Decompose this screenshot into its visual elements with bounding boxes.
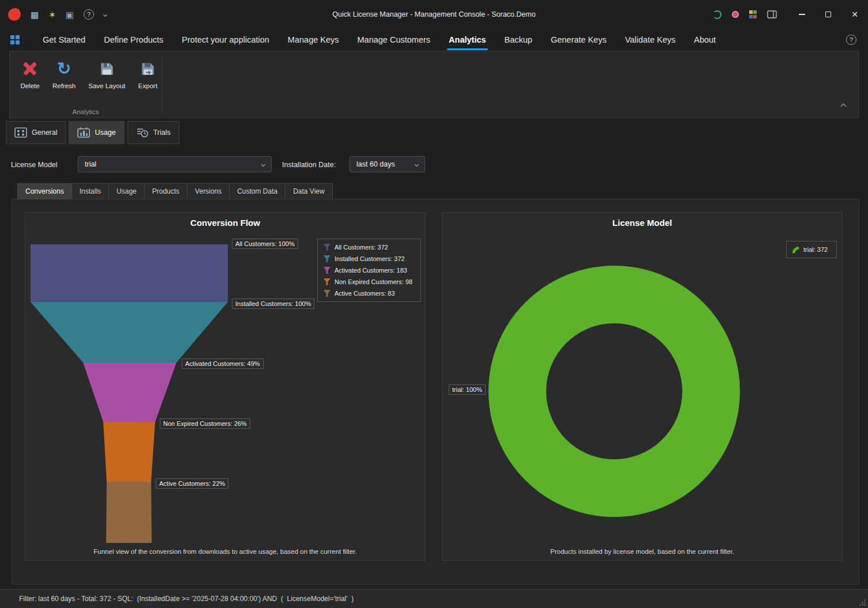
legend-item: Activated Customers: 183 — [323, 266, 415, 274]
subtab-usage[interactable]: Usage — [108, 183, 145, 199]
funnel-segment-installed-customers — [31, 302, 228, 362]
tab-usage-label: Usage — [95, 129, 115, 137]
license-model-dropdown[interactable]: trial — [78, 156, 272, 172]
license-model-value: trial — [85, 160, 96, 168]
window-title: Quick License Manager - Management Conso… — [332, 10, 535, 18]
ribbon-tab-generate-keys[interactable]: Generate Keys — [542, 29, 616, 50]
funnel-swatch-icon — [323, 243, 331, 251]
resize-grip[interactable] — [859, 599, 866, 606]
donut-legend: trial: 372 — [786, 241, 837, 258]
sync-status-icon[interactable] — [713, 10, 722, 19]
qat-wand-icon[interactable]: ✶ — [48, 10, 56, 19]
titlebar: ▦ ✶ ▣ ? Quick License Manager - Manageme… — [0, 0, 868, 29]
export-icon — [140, 61, 156, 77]
analytics-sub-tab-bar: Conversions Installs Usage Products Vers… — [17, 183, 333, 199]
ribbon-tab-validate-keys[interactable]: Validate Keys — [616, 29, 685, 50]
refresh-button[interactable]: ↻ Refresh — [48, 55, 80, 110]
legend-item-label: Activated Customers: 183 — [335, 267, 407, 274]
refresh-label: Refresh — [52, 82, 76, 89]
donut-chart-caption: Products installed by license model, bas… — [442, 548, 842, 555]
ribbon-tab-backup[interactable]: Backup — [495, 29, 542, 50]
status-bar: Filter: last 60 days - Total: 372 - SQL:… — [0, 589, 868, 608]
funnel-segment-activated-customers — [83, 362, 176, 422]
legend-item-label: trial: 372 — [803, 246, 828, 253]
layout-icon[interactable] — [767, 10, 777, 18]
funnel-point-label: All Customers: 100% — [232, 239, 298, 249]
export-button[interactable]: Export — [133, 55, 162, 110]
funnel-chart-caption: Funnel view of the conversion from downl… — [25, 548, 425, 555]
delete-label: Delete — [20, 82, 39, 89]
qat-help-icon[interactable]: ? — [84, 9, 94, 20]
funnel-swatch-icon — [323, 255, 331, 263]
legend-item-label: Non Expired Customers: 98 — [335, 278, 412, 285]
conversion-flow-panel: Conversion Flow All Customers: 100% Inst… — [25, 212, 426, 561]
minimize-button[interactable] — [788, 0, 815, 29]
record-dot-icon[interactable] — [732, 11, 739, 18]
addin-color-icon[interactable] — [749, 10, 757, 18]
funnel-segment-all-customers — [31, 244, 228, 302]
funnel-segment-active-customers — [106, 482, 152, 543]
subtab-versions[interactable]: Versions — [187, 183, 230, 199]
ribbon-tab-about[interactable]: About — [685, 29, 725, 50]
legend-item: Active Customers: 83 — [323, 289, 415, 297]
ribbon-tab-bar: Get Started Define Products Protect your… — [0, 29, 868, 50]
app-window: ▦ ✶ ▣ ? Quick License Manager - Manageme… — [0, 0, 868, 608]
apps-grid-icon[interactable] — [10, 35, 20, 44]
tab-general-label: General — [32, 129, 57, 137]
subtab-installs[interactable]: Installs — [72, 183, 109, 199]
ribbon-tab-analytics[interactable]: Analytics — [439, 29, 495, 50]
help-icon[interactable]: ? — [846, 35, 856, 45]
ribbon-group-label: Analytics — [10, 108, 161, 115]
installation-date-dropdown[interactable]: last 60 days — [350, 156, 425, 172]
subtab-conversions[interactable]: Conversions — [17, 183, 72, 199]
ribbon-tab-manage-customers[interactable]: Manage Customers — [348, 29, 440, 50]
tab-trials[interactable]: Trials — [127, 121, 179, 144]
ribbon-tab-define-products[interactable]: Define Products — [95, 29, 172, 50]
ribbon-tab-get-started[interactable]: Get Started — [33, 29, 95, 50]
tab-trials-label: Trials — [153, 129, 171, 137]
trials-icon — [136, 127, 149, 138]
funnel-point-label: Installed Customers: 100% — [232, 299, 314, 309]
maximize-button[interactable] — [815, 0, 841, 29]
usage-icon — [77, 127, 90, 138]
donut-swatch-icon — [791, 246, 800, 254]
funnel-segment-non-expired-customers — [103, 422, 155, 482]
subtab-custom-data[interactable]: Custom Data — [229, 183, 285, 199]
ribbon-collapse-chevron-icon[interactable] — [841, 100, 846, 111]
close-button[interactable]: ✕ — [841, 0, 868, 29]
tab-usage[interactable]: Usage — [69, 121, 124, 144]
subtab-data-view[interactable]: Data View — [285, 183, 332, 199]
delete-button[interactable]: Delete — [16, 55, 44, 110]
donut-slice-trial — [517, 294, 711, 488]
refresh-icon: ↻ — [57, 61, 71, 77]
installation-date-value: last 60 days — [356, 160, 395, 168]
ribbon-tab-manage-keys[interactable]: Manage Keys — [279, 29, 348, 50]
analytics-content-area: Conversion Flow All Customers: 100% Inst… — [12, 199, 859, 584]
funnel-point-label: Activated Customers: 49% — [182, 358, 264, 369]
legend-item: Non Expired Customers: 98 — [323, 278, 415, 286]
qat-capture-icon[interactable]: ▣ — [66, 10, 74, 19]
legend-item-label: Installed Customers: 372 — [335, 255, 405, 262]
installation-date-label: Installation Date: — [282, 161, 336, 169]
tab-general[interactable]: General — [6, 121, 66, 144]
status-filter-text: Filter: last 60 days - Total: 372 - SQL:… — [19, 595, 354, 603]
save-layout-label: Save Layout — [88, 82, 125, 89]
funnel-swatch-icon — [323, 278, 331, 286]
ribbon-panel: Delete ↻ Refresh Save Layout — [9, 51, 859, 118]
qat-customize-chevron-icon[interactable] — [103, 12, 107, 16]
qat-grid-icon[interactable]: ▦ — [31, 10, 39, 19]
legend-item-label: All Customers: 372 — [335, 244, 388, 251]
legend-item-label: Active Customers: 83 — [335, 290, 395, 297]
general-icon — [14, 127, 27, 138]
save-layout-button[interactable]: Save Layout — [84, 55, 130, 110]
funnel-point-label: Active Customers: 22% — [156, 478, 228, 489]
funnel-swatch-icon — [323, 266, 331, 274]
ribbon-group-separator — [161, 56, 162, 113]
dropdown-chevron-icon — [261, 162, 265, 166]
legend-item: All Customers: 372 — [323, 243, 415, 251]
export-label: Export — [138, 82, 157, 89]
app-logo-icon[interactable] — [8, 8, 21, 21]
subtab-products[interactable]: Products — [144, 183, 187, 199]
ribbon-tab-protect-your-application[interactable]: Protect your application — [172, 29, 279, 50]
donut-chart — [442, 213, 843, 561]
